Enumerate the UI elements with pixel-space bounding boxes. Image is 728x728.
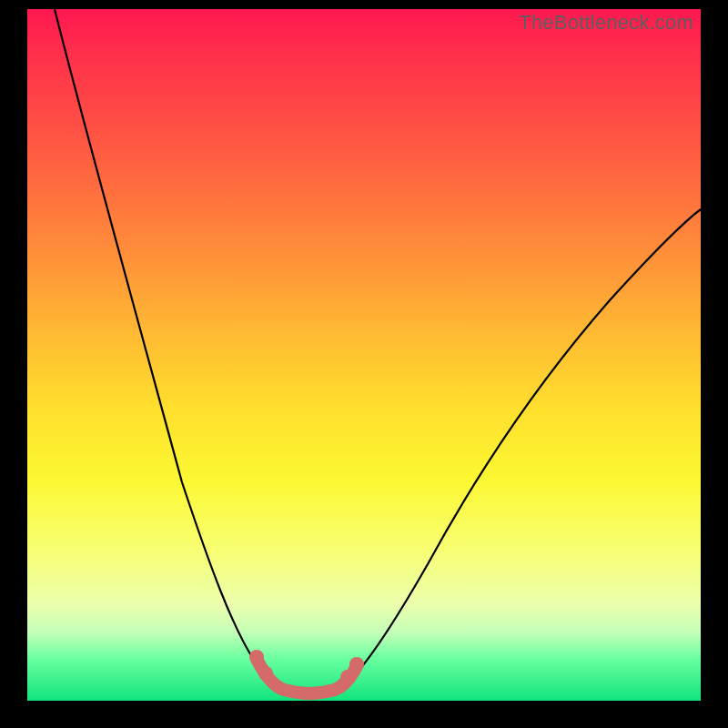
highlight-dot-right: [349, 657, 364, 672]
highlight-dot-left: [249, 650, 264, 664]
curve-left-branch: [55, 9, 280, 690]
curve-right-branch: [344, 209, 701, 686]
chart-svg: [27, 9, 701, 701]
highlight-dot-right2: [340, 670, 355, 684]
chart-frame: [27, 9, 701, 701]
highlight-dot-left2: [258, 666, 273, 681]
watermark-text: TheBottleneck.com: [519, 11, 693, 35]
